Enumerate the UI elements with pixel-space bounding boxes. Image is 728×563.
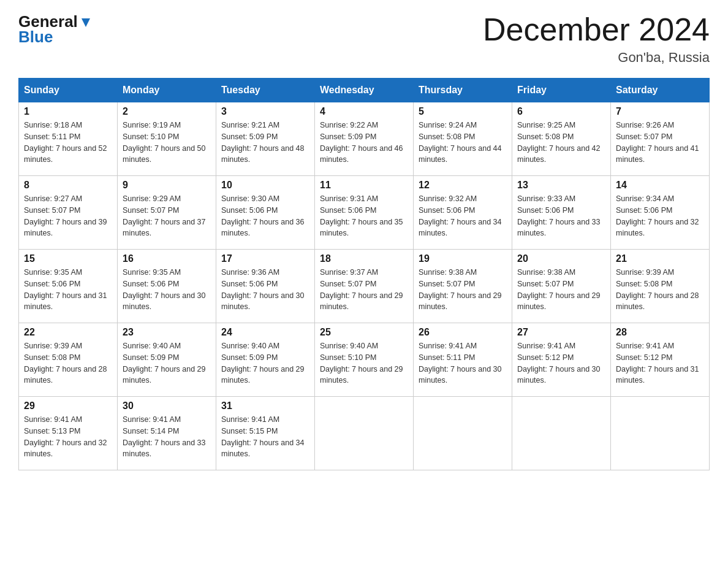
calendar-header: Sunday Monday Tuesday Wednesday Thursday… [19,79,710,102]
page-header: General Blue December 2024 Gon'ba, Russi… [18,12,710,66]
day-cell-20: 20 Sunrise: 9:38 AMSunset: 5:07 PMDaylig… [512,250,611,323]
day-number: 7 [616,106,704,117]
day-number: 19 [419,253,507,264]
header-row: Sunday Monday Tuesday Wednesday Thursday… [19,79,710,102]
day-number: 26 [419,327,507,338]
calendar-table: Sunday Monday Tuesday Wednesday Thursday… [18,78,710,470]
day-cell-4: 4 Sunrise: 9:22 AMSunset: 5:09 PMDayligh… [315,102,414,176]
day-number: 27 [517,327,605,338]
col-monday: Monday [118,79,216,102]
day-number: 14 [616,180,704,191]
week-row-2: 8 Sunrise: 9:27 AMSunset: 5:07 PMDayligh… [19,176,710,250]
day-info: Sunrise: 9:35 AMSunset: 5:06 PMDaylight:… [24,268,107,311]
day-number: 2 [123,106,211,117]
day-info: Sunrise: 9:41 AMSunset: 5:13 PMDaylight:… [24,415,107,458]
day-cell-1: 1 Sunrise: 9:18 AMSunset: 5:11 PMDayligh… [19,102,118,176]
day-info: Sunrise: 9:40 AMSunset: 5:10 PMDaylight:… [320,342,403,385]
day-cell-17: 17 Sunrise: 9:36 AMSunset: 5:06 PMDaylig… [216,250,315,323]
day-number: 11 [320,180,408,191]
day-cell-15: 15 Sunrise: 9:35 AMSunset: 5:06 PMDaylig… [19,250,118,323]
day-cell-31: 31 Sunrise: 9:41 AMSunset: 5:15 PMDaylig… [216,397,315,470]
day-cell-8: 8 Sunrise: 9:27 AMSunset: 5:07 PMDayligh… [19,176,118,250]
day-cell-27: 27 Sunrise: 9:41 AMSunset: 5:12 PMDaylig… [512,323,611,397]
day-number: 13 [517,180,605,191]
col-thursday: Thursday [414,79,512,102]
day-cell-14: 14 Sunrise: 9:34 AMSunset: 5:06 PMDaylig… [611,176,710,250]
day-number: 5 [419,106,507,117]
day-info: Sunrise: 9:29 AMSunset: 5:07 PMDaylight:… [123,194,206,237]
day-info: Sunrise: 9:25 AMSunset: 5:08 PMDaylight:… [517,121,601,164]
day-info: Sunrise: 9:41 AMSunset: 5:14 PMDaylight:… [123,415,206,458]
day-number: 28 [616,327,704,338]
day-cell-29: 29 Sunrise: 9:41 AMSunset: 5:13 PMDaylig… [19,397,118,470]
day-info: Sunrise: 9:38 AMSunset: 5:07 PMDaylight:… [517,268,601,311]
day-info: Sunrise: 9:39 AMSunset: 5:08 PMDaylight:… [616,268,699,311]
col-tuesday: Tuesday [216,79,315,102]
col-saturday: Saturday [611,79,710,102]
day-info: Sunrise: 9:22 AMSunset: 5:09 PMDaylight:… [320,121,403,164]
day-info: Sunrise: 9:41 AMSunset: 5:12 PMDaylight:… [616,342,699,385]
week-row-1: 1 Sunrise: 9:18 AMSunset: 5:11 PMDayligh… [19,102,710,176]
day-info: Sunrise: 9:36 AMSunset: 5:06 PMDaylight:… [221,268,305,311]
day-info: Sunrise: 9:33 AMSunset: 5:06 PMDaylight:… [517,194,601,237]
week-row-3: 15 Sunrise: 9:35 AMSunset: 5:06 PMDaylig… [19,250,710,323]
day-cell-12: 12 Sunrise: 9:32 AMSunset: 5:06 PMDaylig… [414,176,512,250]
day-number: 12 [419,180,507,191]
day-number: 3 [221,106,309,117]
day-cell-26: 26 Sunrise: 9:41 AMSunset: 5:11 PMDaylig… [414,323,512,397]
day-number: 31 [221,400,309,412]
title-block: December 2024 Gon'ba, Russia [483,12,710,66]
day-info: Sunrise: 9:27 AMSunset: 5:07 PMDaylight:… [24,194,107,237]
day-number: 6 [517,106,605,117]
day-number: 22 [24,327,112,338]
day-cell-empty [611,397,710,470]
day-number: 20 [517,253,605,264]
day-cell-16: 16 Sunrise: 9:35 AMSunset: 5:06 PMDaylig… [118,250,216,323]
day-cell-28: 28 Sunrise: 9:41 AMSunset: 5:12 PMDaylig… [611,323,710,397]
day-cell-empty [315,397,414,470]
col-wednesday: Wednesday [315,79,414,102]
day-number: 21 [616,253,704,264]
day-info: Sunrise: 9:32 AMSunset: 5:06 PMDaylight:… [419,194,502,237]
col-friday: Friday [512,79,611,102]
week-row-5: 29 Sunrise: 9:41 AMSunset: 5:13 PMDaylig… [19,397,710,470]
week-row-4: 22 Sunrise: 9:39 AMSunset: 5:08 PMDaylig… [19,323,710,397]
day-number: 10 [221,180,309,191]
day-cell-5: 5 Sunrise: 9:24 AMSunset: 5:08 PMDayligh… [414,102,512,176]
day-info: Sunrise: 9:39 AMSunset: 5:08 PMDaylight:… [24,342,107,385]
calendar-subtitle: Gon'ba, Russia [483,50,710,66]
day-info: Sunrise: 9:24 AMSunset: 5:08 PMDaylight:… [419,121,502,164]
day-info: Sunrise: 9:40 AMSunset: 5:09 PMDaylight:… [123,342,206,385]
col-sunday: Sunday [19,79,118,102]
logo-blue-text: Blue [18,28,53,47]
day-cell-7: 7 Sunrise: 9:26 AMSunset: 5:07 PMDayligh… [611,102,710,176]
day-number: 25 [320,327,408,338]
day-info: Sunrise: 9:41 AMSunset: 5:15 PMDaylight:… [221,415,305,458]
day-cell-13: 13 Sunrise: 9:33 AMSunset: 5:06 PMDaylig… [512,176,611,250]
day-cell-19: 19 Sunrise: 9:38 AMSunset: 5:07 PMDaylig… [414,250,512,323]
day-number: 4 [320,106,408,117]
day-number: 23 [123,327,211,338]
day-cell-23: 23 Sunrise: 9:40 AMSunset: 5:09 PMDaylig… [118,323,216,397]
logo: General Blue [18,12,93,47]
day-info: Sunrise: 9:38 AMSunset: 5:07 PMDaylight:… [419,268,502,311]
day-cell-10: 10 Sunrise: 9:30 AMSunset: 5:06 PMDaylig… [216,176,315,250]
day-info: Sunrise: 9:31 AMSunset: 5:06 PMDaylight:… [320,194,403,237]
logo-triangle-icon [79,16,93,29]
svg-marker-0 [82,18,90,27]
calendar-title: December 2024 [483,12,710,47]
day-cell-24: 24 Sunrise: 9:40 AMSunset: 5:09 PMDaylig… [216,323,315,397]
day-number: 30 [123,400,211,412]
day-info: Sunrise: 9:41 AMSunset: 5:12 PMDaylight:… [517,342,601,385]
day-number: 16 [123,253,211,264]
day-info: Sunrise: 9:18 AMSunset: 5:11 PMDaylight:… [24,121,107,164]
day-number: 24 [221,327,309,338]
day-info: Sunrise: 9:26 AMSunset: 5:07 PMDaylight:… [616,121,699,164]
day-info: Sunrise: 9:30 AMSunset: 5:06 PMDaylight:… [221,194,305,237]
day-info: Sunrise: 9:19 AMSunset: 5:10 PMDaylight:… [123,121,206,164]
day-info: Sunrise: 9:37 AMSunset: 5:07 PMDaylight:… [320,268,403,311]
day-info: Sunrise: 9:35 AMSunset: 5:06 PMDaylight:… [123,268,206,311]
day-number: 15 [24,253,112,264]
day-number: 17 [221,253,309,264]
day-number: 29 [24,400,112,412]
